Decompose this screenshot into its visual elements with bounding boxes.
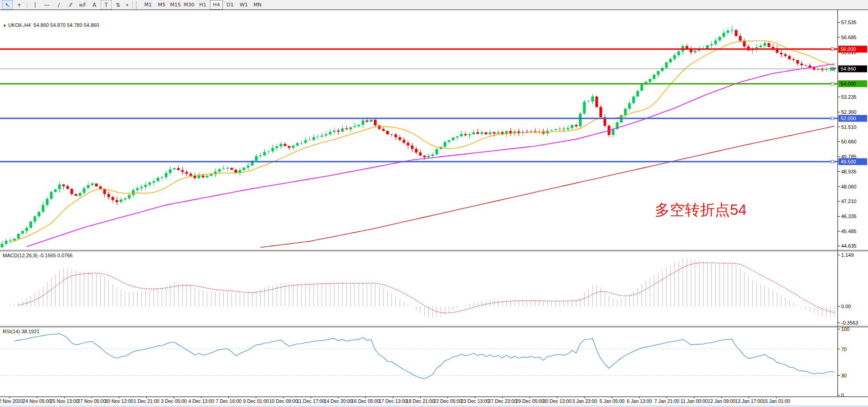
svg-text:27 Dec 23:00: 27 Dec 23:00: [488, 398, 517, 404]
arrows-dropdown-icon[interactable]: ▾: [124, 0, 130, 10]
svg-text:13 Jan 17:00: 13 Jan 17:00: [735, 398, 763, 404]
level-badge-49.500: 49.500: [838, 158, 867, 165]
timeframe-m1-button[interactable]: M1: [142, 0, 154, 10]
crosshair-icon[interactable]: +: [14, 0, 25, 10]
level-line-52.000[interactable]: [0, 117, 837, 120]
svg-text:56.000: 56.000: [841, 46, 856, 52]
window-bottom-edge: [0, 405, 868, 407]
toolbar-separator: [132, 1, 133, 9]
rsi-levels: [0, 349, 837, 376]
vertical-line-icon[interactable]: |: [30, 0, 41, 10]
arrows-icon[interactable]: ⇅: [113, 0, 123, 10]
price-axis: 57.53556.68555.81054.93554.08553.23552.3…: [838, 20, 857, 249]
svg-text:54.000: 54.000: [841, 81, 856, 86]
svg-text:17 Dec 13:00: 17 Dec 13:00: [379, 398, 407, 404]
svg-text:54.860: 54.860: [841, 66, 856, 71]
level-badge-56.000: 56.000: [838, 46, 867, 52]
svg-text:50.660: 50.660: [841, 139, 857, 144]
chart-symbol-title[interactable]: ▼UKOil-,H4 54.860 54.870 54.780 54.860: [3, 22, 99, 28]
macd-pane-label: MACD(12,26,9) -0.1565 0.0766: [3, 253, 72, 258]
svg-text:16 Dec 05:00: 16 Dec 05:00: [351, 398, 380, 404]
equidistant-channel-icon[interactable]: ⁄⁄: [65, 0, 76, 10]
svg-text:7 Dec 16:00: 7 Dec 16:00: [216, 398, 241, 404]
svg-text:24 Nov 05:00: 24 Nov 05:00: [23, 398, 51, 404]
svg-text:12 Jan 09:00: 12 Jan 09:00: [708, 398, 735, 404]
timeframe-mn-button[interactable]: MN: [251, 0, 264, 10]
cursor-icon[interactable]: ↖: [2, 0, 13, 10]
svg-text:22 Dec 05:00: 22 Dec 05:00: [433, 398, 462, 404]
svg-text:-0.3563: -0.3563: [841, 320, 858, 326]
svg-text:44.635: 44.635: [841, 243, 857, 249]
svg-text:18 Dec 21:00: 18 Dec 21:00: [406, 398, 435, 404]
svg-text:47.210: 47.210: [841, 198, 857, 204]
svg-text:1 Dec 21:00: 1 Dec 21:00: [134, 398, 159, 404]
fibonacci-retracement-icon[interactable]: ≡F: [77, 0, 88, 10]
terminal-window: ↖+|—/⁄⁄≡FAT⇅▾M1M5M15M30H1H4D1W1MN 57.535…: [0, 0, 868, 407]
timeframe-h4-button[interactable]: H4: [210, 0, 223, 10]
level-line-54.000[interactable]: [0, 82, 837, 85]
level-line-56.000[interactable]: [0, 48, 837, 51]
svg-text:0: 0: [841, 392, 844, 398]
chart-canvas[interactable]: 57.53556.68555.81054.93554.08553.23552.3…: [0, 10, 868, 407]
timeframe-m5-button[interactable]: M5: [155, 0, 168, 10]
svg-text:45.485: 45.485: [841, 229, 857, 234]
horizontal-line-icon[interactable]: —: [41, 0, 52, 10]
svg-text:70: 70: [841, 346, 847, 352]
svg-text:1.149: 1.149: [841, 252, 854, 258]
svg-text:46.335: 46.335: [841, 214, 857, 219]
svg-text:0.00: 0.00: [841, 304, 851, 309]
svg-text:53.235: 53.235: [841, 94, 857, 100]
svg-text:6 Jan 13:00: 6 Jan 13:00: [627, 398, 652, 404]
svg-text:57.535: 57.535: [841, 20, 857, 25]
timeframe-m15-button[interactable]: M15: [169, 0, 182, 10]
macd-signal-line: [19, 263, 835, 313]
svg-text:27 Nov 05:00: 27 Nov 05:00: [77, 398, 106, 404]
timeframe-h1-button[interactable]: H1: [196, 0, 209, 10]
timeframe-m30-button[interactable]: M30: [183, 0, 195, 10]
svg-text:10 Dec 09:00: 10 Dec 09:00: [269, 398, 298, 404]
svg-text:23 Dec 13:00: 23 Dec 13:00: [461, 398, 489, 404]
toolbar-grip[interactable]: [136, 1, 139, 9]
timeframe-d1-button[interactable]: D1: [224, 0, 236, 10]
svg-text:15 Jan 01:00: 15 Jan 01:00: [762, 398, 790, 404]
svg-text:30 Nov 12:00: 30 Nov 12:00: [105, 398, 134, 404]
macd-axis: 1.1490.00-0.3563: [838, 252, 858, 326]
symbol-name: UKOil-,H4: [8, 22, 31, 28]
trendline-icon[interactable]: /: [53, 0, 64, 10]
svg-text:11 Dec 17:00: 11 Dec 17:00: [297, 398, 325, 404]
timeframe-w1-button[interactable]: W1: [237, 0, 250, 10]
quote-ohlc: 54.860 54.870 54.780 54.860: [34, 22, 99, 28]
svg-text:49.500: 49.500: [841, 159, 856, 164]
toolbar-separator: [27, 1, 27, 9]
svg-text:48.935: 48.935: [841, 169, 857, 174]
svg-text:9 Dec 01:00: 9 Dec 01:00: [243, 398, 269, 404]
svg-text:4 Dec 13:00: 4 Dec 13:00: [188, 398, 214, 404]
current-price-badge: 54.860: [838, 66, 867, 72]
svg-text:48.060: 48.060: [841, 184, 857, 189]
svg-text:51.510: 51.510: [841, 124, 857, 130]
svg-text:5 Jan 05:00: 5 Jan 05:00: [600, 398, 625, 404]
current-price-line: [0, 67, 837, 70]
svg-text:3 Jan 23:00: 3 Jan 23:00: [572, 398, 597, 404]
rsi-axis: 10070300: [838, 326, 850, 398]
text-icon[interactable]: A: [89, 0, 100, 10]
svg-text:30 Dec 13:00: 30 Dec 13:00: [543, 398, 572, 404]
level-badge-54.000: 54.000: [838, 80, 867, 87]
level-line-49.500[interactable]: [0, 160, 837, 163]
svg-text:52.360: 52.360: [841, 109, 857, 115]
text-annotation[interactable]: 多空转折点54: [655, 200, 747, 220]
svg-text:11 Jan 00:00: 11 Jan 00:00: [681, 398, 708, 404]
svg-text:25 Nov 13:00: 25 Nov 13:00: [50, 398, 79, 404]
svg-text:29 Dec 05:00: 29 Dec 05:00: [516, 398, 544, 404]
toolbar: ↖+|—/⁄⁄≡FAT⇅▾M1M5M15M30H1H4D1W1MN: [0, 0, 868, 10]
svg-text:14 Dec 20:00: 14 Dec 20:00: [324, 398, 353, 404]
rsi-pane-label: RSI(14) 38.1921: [3, 329, 40, 334]
svg-text:3 Dec 05:00: 3 Dec 05:00: [161, 398, 187, 404]
level-badge-52.000: 52.000: [838, 115, 867, 122]
svg-text:52.000: 52.000: [841, 116, 856, 121]
rsi-line: [15, 334, 835, 379]
text-label-icon[interactable]: T: [101, 0, 112, 10]
svg-text:22 Nov 2020: 22 Nov 2020: [0, 398, 23, 404]
svg-text:30: 30: [841, 373, 847, 378]
collapse-indicator-icon[interactable]: ▼: [3, 24, 6, 28]
